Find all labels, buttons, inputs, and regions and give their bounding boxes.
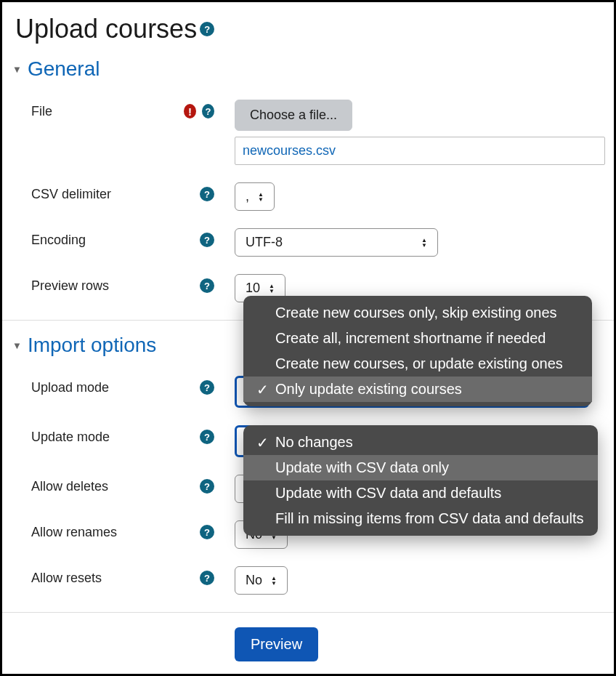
help-icon[interactable]: ? [200, 571, 214, 585]
required-icon: ! [184, 104, 196, 118]
select-arrows-icon: ▲▼ [271, 576, 277, 586]
upload-mode-option[interactable]: Create new courses only, skip existing o… [243, 300, 592, 326]
allow-renames-label: Allow renames [31, 520, 184, 540]
section-general-title: General [28, 57, 100, 81]
update-mode-option[interactable]: Fill in missing items from CSV data and … [243, 506, 598, 531]
upload-mode-option[interactable]: Create all, increment shortname if neede… [243, 326, 592, 351]
preview-rows-label: Preview rows [31, 274, 184, 294]
help-icon[interactable]: ? [200, 479, 214, 494]
field-csv-delimiter: CSV delimiter ? , ▲▼ [2, 174, 614, 220]
file-label: File [31, 100, 184, 119]
field-file: File ! ? Choose a file... newcourses.csv [2, 91, 614, 174]
help-icon[interactable]: ? [200, 22, 214, 36]
upload-mode-label: Upload mode [31, 376, 184, 395]
csv-delimiter-select[interactable]: , ▲▼ [235, 182, 275, 211]
section-general[interactable]: ▼ General [2, 50, 614, 91]
update-mode-dropdown-menu[interactable]: No changes Update with CSV data only Upd… [243, 425, 598, 536]
help-icon[interactable]: ? [200, 233, 214, 247]
actions-row: Preview [2, 619, 614, 670]
section-import-options-title: Import options [28, 334, 156, 357]
encoding-select[interactable]: UTF-8 ▲▼ [235, 228, 438, 257]
update-mode-option[interactable]: Update with CSV data and defaults [243, 480, 598, 506]
csv-delimiter-value: , [246, 189, 249, 204]
allow-deletes-label: Allow deletes [31, 475, 184, 494]
choose-file-button[interactable]: Choose a file... [235, 100, 352, 131]
update-mode-option[interactable]: No changes [243, 430, 598, 455]
chevron-down-icon: ▼ [12, 340, 22, 351]
chevron-down-icon: ▼ [12, 64, 22, 75]
upload-mode-option[interactable]: Create new courses, or update existing o… [243, 351, 592, 377]
field-encoding: Encoding ? UTF-8 ▲▼ [2, 220, 614, 265]
preview-button[interactable]: Preview [235, 627, 318, 661]
select-arrows-icon: ▲▼ [258, 192, 264, 202]
help-icon[interactable]: ? [200, 430, 214, 444]
encoding-value: UTF-8 [246, 235, 283, 250]
allow-resets-value: No [246, 573, 262, 588]
select-arrows-icon: ▲▼ [421, 238, 427, 248]
upload-mode-dropdown-menu[interactable]: Create new courses only, skip existing o… [243, 296, 592, 406]
help-icon[interactable]: ? [200, 278, 214, 293]
field-allow-resets: Allow resets ? No ▲▼ [2, 558, 614, 603]
encoding-label: Encoding [31, 228, 184, 248]
help-icon[interactable]: ? [200, 525, 214, 539]
help-icon[interactable]: ? [200, 187, 214, 201]
divider [2, 612, 614, 613]
preview-rows-value: 10 [246, 281, 260, 296]
allow-resets-label: Allow resets [31, 566, 184, 586]
allow-resets-select[interactable]: No ▲▼ [235, 566, 288, 595]
csv-delimiter-label: CSV delimiter [31, 182, 184, 202]
update-mode-option[interactable]: Update with CSV data only [243, 455, 598, 480]
update-mode-label: Update mode [31, 425, 184, 445]
page-title: Upload courses ? [2, 2, 614, 50]
select-arrows-icon: ▲▼ [269, 283, 275, 294]
file-name-display[interactable]: newcourses.csv [235, 137, 605, 165]
upload-mode-option[interactable]: Only update existing courses [243, 377, 592, 402]
page-title-text: Upload courses [15, 14, 197, 44]
help-icon[interactable]: ? [200, 380, 214, 395]
help-icon[interactable]: ? [202, 104, 214, 118]
